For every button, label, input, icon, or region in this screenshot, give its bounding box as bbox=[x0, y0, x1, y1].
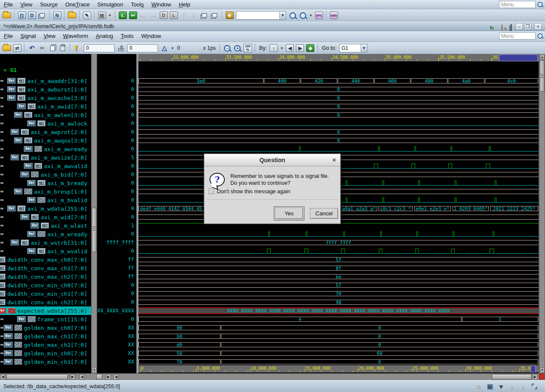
report-dropdown-icon[interactable]: ▼ bbox=[107, 11, 112, 20]
dialog-titlebar[interactable]: Question × bbox=[204, 154, 340, 166]
menu-search-input[interactable]: Menu bbox=[499, 1, 536, 8]
menu-file[interactable]: File bbox=[0, 0, 17, 9]
marker-time-input[interactable] bbox=[127, 44, 158, 52]
signal-row[interactable]: VerNETdwidth_conv_max_ch0[7:0] bbox=[0, 255, 91, 264]
back-arrow-icon[interactable]: ← bbox=[138, 11, 148, 20]
paste-icon[interactable] bbox=[58, 43, 67, 53]
signal-row[interactable]: VerNETdwidth_conv_max_ch1[7:0] bbox=[0, 264, 91, 272]
edit-icon[interactable]: ✎ bbox=[82, 11, 92, 20]
prev-transition-button[interactable]: ◀ bbox=[285, 43, 295, 53]
signal-row[interactable]: VerNETaxi_m_bready bbox=[0, 179, 91, 187]
window-dropdown-icon[interactable]: ▼ bbox=[497, 382, 505, 391]
menu-view[interactable]: View bbox=[40, 31, 59, 40]
zoom-full-icon[interactable]: 100% bbox=[243, 43, 252, 53]
dock-signal-icon[interactable]: ↓ bbox=[508, 382, 516, 391]
signal-value-panel[interactable]: 0000000005000000010ffff_ffff0ffffff000XX… bbox=[97, 54, 136, 373]
signal-row[interactable]: VerNETaxi_m_wvalid bbox=[0, 247, 91, 255]
forward-arrow-icon[interactable]: → bbox=[149, 11, 158, 20]
search-dropdown-icon[interactable]: ▼ bbox=[308, 11, 313, 20]
menu-waveform[interactable]: Waveform bbox=[59, 31, 92, 40]
scroll-down-icon[interactable]: ▼ bbox=[540, 367, 545, 372]
load-icon[interactable]: L bbox=[169, 11, 178, 20]
menu-tools[interactable]: Tools bbox=[117, 31, 137, 40]
menu-window[interactable]: Window bbox=[148, 0, 175, 9]
scroll-up-icon[interactable]: ▲ bbox=[540, 54, 545, 60]
wave-hscrollbar[interactable]: ◀ ▶ bbox=[113, 374, 538, 380]
report-icon[interactable]: ▤ bbox=[97, 11, 106, 20]
open-file-icon[interactable] bbox=[2, 43, 11, 53]
signal-row[interactable]: VerNETaxi_m_awlock bbox=[0, 119, 91, 128]
minimize-button[interactable]: – bbox=[516, 23, 523, 30]
signal-row[interactable]: VerNETaxi_m_bid[7:0] bbox=[0, 170, 91, 179]
close-button[interactable]: × bbox=[534, 23, 542, 30]
ams-icon[interactable]: AMS bbox=[329, 11, 338, 20]
open-database-icon[interactable] bbox=[2, 11, 11, 20]
driver-icon[interactable]: D bbox=[159, 11, 168, 20]
menu-view[interactable]: View bbox=[17, 0, 36, 9]
menu-tools[interactable]: Tools bbox=[127, 0, 147, 9]
apps-icon[interactable]: APS bbox=[314, 11, 324, 20]
nwave-icon[interactable]: ∏ bbox=[17, 11, 26, 20]
waveform-scrollbar[interactable]: ▲ ▼ bbox=[539, 54, 545, 373]
signal-row[interactable]: VerNETaxi_m_wid[7:0] bbox=[0, 213, 91, 221]
signal-row[interactable]: VerNETgolden_max_ch2[7:0] bbox=[0, 340, 91, 349]
combo-dropdown-icon[interactable]: ▼ bbox=[361, 44, 367, 52]
signal-row[interactable]: VerNETaxi_m_bvalid bbox=[0, 196, 91, 204]
delta-icon[interactable]: △ bbox=[160, 43, 169, 53]
signal-row[interactable]: VerNETaxi_m_bresp[1:0] bbox=[0, 187, 91, 196]
signal-row[interactable]: VerNETaxi_m_awvalid bbox=[0, 162, 91, 170]
nsource-icon[interactable]: N bbox=[52, 11, 62, 20]
up-circle-icon[interactable]: ↑ bbox=[179, 11, 189, 20]
cursor-tool-icon[interactable] bbox=[73, 43, 82, 53]
signal-row[interactable]: VerNETgolden_max_ch0[7:0] bbox=[0, 323, 91, 332]
signal-row[interactable]: VerNETaxi_m_awaddr[31:0] bbox=[0, 77, 91, 85]
search-options-icon[interactable] bbox=[298, 11, 307, 20]
nwave-titlebar[interactable]: *<nWave:2> /home/ICer/ic_prjs/IPA/sim/tb… bbox=[0, 21, 545, 31]
signal-row[interactable]: VerNETaxi_m_awprot[2:0] bbox=[0, 128, 91, 136]
names-hscrollbar[interactable]: ◀ ▶ bbox=[0, 374, 76, 380]
by-dropdown-icon[interactable]: ▼ bbox=[279, 43, 284, 53]
window-link-icon[interactable] bbox=[200, 11, 209, 20]
signal-row[interactable]: VerNETgolden_min_ch1[7:0] bbox=[0, 358, 91, 366]
undo-icon[interactable]: ↶ bbox=[27, 43, 37, 53]
signal-row[interactable]: VerNETaxi_m_awready bbox=[0, 145, 91, 153]
signal-row[interactable]: VerNETaxi_m_wready bbox=[0, 230, 91, 238]
signal-row[interactable]: VerNETaxi_m_awcache[3:0] bbox=[0, 94, 91, 102]
menu-simulation[interactable]: Simulation bbox=[94, 0, 127, 9]
menu-search-icon[interactable] bbox=[538, 2, 543, 7]
cut-icon[interactable]: ✂ bbox=[37, 43, 47, 53]
signal-row[interactable]: VerNETaxi_m_awsize[2:0] bbox=[0, 153, 91, 162]
menu-window[interactable]: Window bbox=[138, 31, 165, 40]
trace-jump-icon[interactable]: ↩ bbox=[128, 11, 138, 20]
dialog-close-icon[interactable]: × bbox=[333, 157, 336, 163]
signal-row[interactable]: VerNETaxi_m_wstrb[31:0] bbox=[0, 238, 91, 247]
signal-name-panel[interactable]: = G1VerNETaxi_m_awaddr[31:0]VerNETaxi_m_… bbox=[0, 54, 91, 373]
signal-row[interactable]: VerNETgolden_min_ch0[7:0] bbox=[0, 349, 91, 358]
menu-help[interactable]: Help bbox=[175, 0, 194, 9]
combo-dropdown-icon[interactable]: ▼ bbox=[279, 11, 286, 19]
view-range-selection[interactable] bbox=[499, 54, 538, 61]
values-hscrollbar[interactable]: ◀ ▶ bbox=[79, 374, 112, 380]
link-tool-icon[interactable] bbox=[37, 11, 47, 20]
marker-tool-icon[interactable] bbox=[116, 43, 126, 53]
signal-row[interactable]: VerNETdwidth_conv_max_ch2[7:0] bbox=[0, 272, 91, 281]
search-icon[interactable] bbox=[288, 11, 297, 20]
menu-signal[interactable]: Signal bbox=[17, 31, 40, 40]
signal-row[interactable]: VerNETdwidth_conv_min_ch2[7:0] bbox=[0, 298, 91, 306]
window-select-icon[interactable]: ▣ bbox=[486, 382, 494, 391]
signal-row[interactable]: VerNETdwidth_conv_min_ch0[7:0] bbox=[0, 281, 91, 289]
signal-row[interactable]: VerNETexpected_wdata[255:0] bbox=[0, 306, 91, 315]
signal-row[interactable]: VerNETaxi_m_wdata[255:0] bbox=[0, 204, 91, 213]
time-ruler[interactable]: 05,000,00010,000,00015,000,00020,000,000… bbox=[138, 365, 539, 373]
trace-time-icon[interactable]: t. bbox=[118, 11, 127, 20]
dock-wave-icon[interactable]: ↓ bbox=[519, 382, 528, 391]
signal-row[interactable]: VerNETaxi_m_awqos[3:0] bbox=[0, 136, 91, 145]
search-combo[interactable]: ▼ bbox=[236, 11, 286, 20]
signal-list-scrollbar[interactable]: ▼ bbox=[91, 54, 97, 373]
dont-show-again-checkbox[interactable] bbox=[209, 189, 214, 194]
expand-icon[interactable]: ⌜⌟ bbox=[530, 382, 539, 391]
trace-anything-icon[interactable]: ◆ bbox=[306, 43, 315, 53]
copy-icon[interactable] bbox=[48, 43, 57, 53]
signal-row[interactable]: VerNETdwidth_conv_min_ch1[7:0] bbox=[0, 289, 91, 298]
signal-row[interactable]: VerNETframe_cnt[15:0] bbox=[0, 315, 91, 323]
